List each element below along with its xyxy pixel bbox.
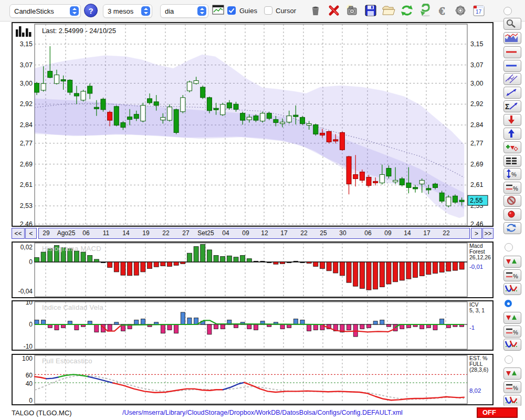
svg-text:2,77: 2,77 [20, 140, 33, 147]
price-study-button[interactable] [503, 32, 521, 44]
date-label: 11 [103, 229, 109, 237]
chart-window-icon[interactable] [212, 5, 226, 18]
scroll-right-button[interactable]: > [471, 228, 482, 239]
svg-text:2,84: 2,84 [470, 121, 483, 129]
main-panel-radio[interactable] [503, 7, 512, 15]
candlestick-chart[interactable]: 3,153,153,073,073,003,002,922,922,842,84… [12, 22, 494, 227]
date-label: 17 [280, 229, 287, 237]
stoch-lines-percent-button[interactable]: % [503, 381, 521, 393]
svg-text:2,92: 2,92 [20, 100, 33, 108]
cursor-checkbox[interactable] [264, 6, 272, 15]
range-percent-button[interactable]: % [503, 168, 521, 180]
lines-percent-button[interactable]: % [503, 182, 521, 194]
macd-radio[interactable] [505, 243, 513, 251]
macd-value: -0,01 [469, 264, 483, 270]
calendar-icon[interactable]: 17 [472, 4, 486, 17]
stoch-signal-arrows-button[interactable] [503, 368, 521, 380]
svg-text:3,15: 3,15 [470, 40, 483, 48]
svg-text:Last: 2.54999 - 24/10/25: Last: 2.54999 - 24/10/25 [42, 27, 116, 35]
sum-trend-button[interactable]: Σ [503, 100, 521, 112]
interval-select[interactable]: dia [160, 4, 208, 18]
snapshot-icon[interactable] [345, 4, 359, 17]
stepper-icon [141, 6, 150, 16]
delete-icon[interactable] [327, 4, 341, 17]
svg-text:2,69: 2,69 [20, 161, 33, 168]
chart-type-select[interactable]: CandleSticks [9, 4, 81, 18]
undo-icon[interactable] [418, 4, 432, 17]
record-button[interactable] [503, 208, 521, 220]
svg-text:2,77: 2,77 [470, 140, 483, 147]
rows-button[interactable] [503, 155, 521, 167]
date-axis[interactable]: 29Ago25061114192227Set250409121722253006… [38, 228, 470, 239]
scroll-fast-right-button[interactable]: >> [482, 228, 494, 239]
svg-text:2,46: 2,46 [470, 220, 483, 227]
date-label: Set25 [197, 229, 214, 237]
guies-label: Guies [239, 7, 257, 15]
scroll-left-button[interactable]: < [25, 228, 37, 239]
date-label: 17 [423, 229, 430, 237]
svg-text:100: 100 [22, 355, 33, 362]
stochastic-radio[interactable] [505, 355, 513, 364]
euro-icon[interactable]: € [437, 4, 450, 17]
date-label: 06 [82, 229, 89, 237]
save-icon[interactable] [364, 4, 377, 17]
svg-text:-10: -10 [24, 343, 33, 350]
refresh-icon[interactable] [400, 4, 413, 17]
svg-text:0: 0 [29, 321, 33, 328]
icv-radio[interactable] [505, 300, 512, 307]
macd-curves-button[interactable] [503, 283, 521, 295]
block-button[interactable] [503, 195, 521, 207]
macd-watermark: Histograma MACD [42, 245, 101, 253]
svg-text:10: 10 [26, 300, 33, 306]
open-folder-icon[interactable] [381, 4, 395, 17]
date-label: 09 [242, 229, 249, 237]
trendline-button[interactable] [503, 87, 521, 99]
trash-icon[interactable] [309, 4, 322, 17]
svg-text:3,00: 3,00 [470, 80, 483, 87]
svg-text:%: % [513, 329, 518, 335]
date-label: Ago25 [57, 229, 76, 237]
icv-info: ICV5, 3, 1 -1 [469, 302, 494, 349]
icv-curves-button[interactable] [503, 339, 521, 351]
svg-text:40: 40 [26, 380, 33, 387]
stoch-curves-button[interactable] [503, 395, 521, 407]
date-label: 25 [320, 229, 327, 237]
date-label: 14 [404, 229, 411, 237]
zoom-button[interactable] [503, 18, 521, 30]
svg-text:3,00: 3,00 [20, 80, 33, 87]
sync-button[interactable] [503, 222, 521, 234]
svg-text:%: % [513, 185, 518, 192]
macd-lines-percent-button[interactable]: % [503, 269, 521, 281]
svg-text:3,15: 3,15 [20, 40, 33, 48]
scroll-fast-left-button[interactable]: << [12, 228, 25, 239]
off-badge[interactable]: OFF [477, 407, 518, 418]
buy-arrow-button[interactable] [503, 128, 521, 140]
sell-arrow-button[interactable] [503, 114, 521, 126]
period-select[interactable]: 3 mesos [103, 4, 152, 18]
settings-icon[interactable] [454, 4, 467, 17]
svg-text:2,46: 2,46 [20, 220, 33, 227]
icv-lines-percent-button[interactable]: % [503, 326, 521, 338]
stepper-icon [70, 6, 79, 16]
guies-checkbox[interactable] [227, 6, 236, 15]
stochastic-info: EST. %FULL(28,3,6) 8,02 [469, 355, 494, 404]
icv-signal-arrows-button[interactable] [503, 312, 521, 324]
blue-hline-button[interactable] [503, 60, 521, 72]
date-label: 30 [339, 229, 346, 237]
chart-type-value: CandleSticks [10, 7, 70, 15]
date-label: 14 [122, 229, 129, 237]
macd-info: MacdForest26,12,26 -0,01 [469, 243, 494, 296]
macd-signal-arrows-button[interactable] [503, 256, 521, 268]
help-button[interactable]: ? [84, 4, 98, 17]
svg-text:Σ: Σ [505, 102, 509, 111]
svg-text:2,61: 2,61 [20, 181, 33, 188]
svg-text:0: 0 [29, 397, 33, 404]
red-hline-button[interactable] [503, 46, 521, 58]
date-label: 04 [222, 229, 229, 237]
add-signal-button[interactable] [503, 141, 521, 153]
svg-text:3,07: 3,07 [20, 61, 33, 69]
channel-button[interactable] [503, 73, 521, 85]
icv-value: -1 [469, 325, 475, 331]
date-label: 09 [384, 229, 391, 237]
svg-text:%: % [511, 171, 517, 177]
